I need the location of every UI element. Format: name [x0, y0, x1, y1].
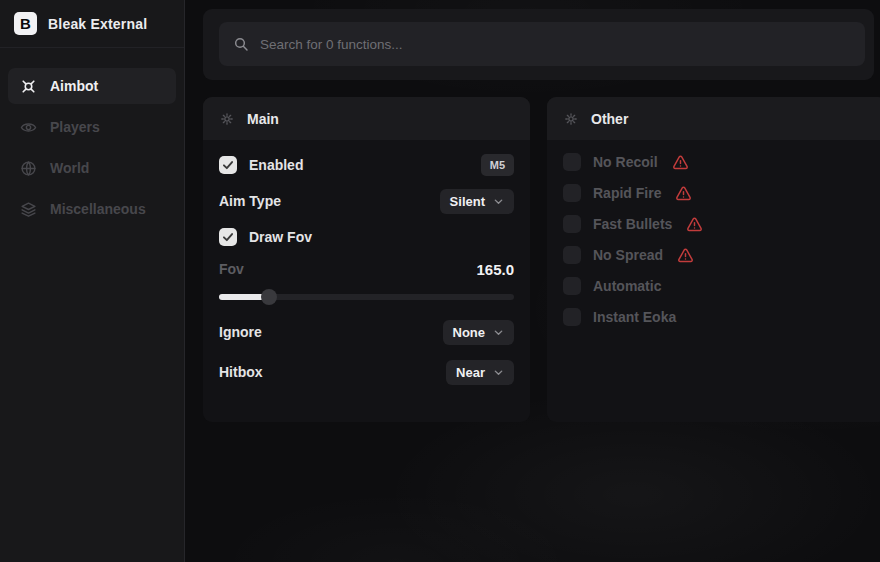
no-recoil-checkbox[interactable]: [563, 153, 581, 171]
warning-icon: [675, 185, 692, 202]
search-icon: [233, 36, 249, 52]
other-item-fast-bullets: Fast Bullets: [563, 215, 871, 233]
other-panel: Other No Recoil Rapid Fire Fast Bullets: [547, 97, 880, 422]
sidebar-item-miscellaneous[interactable]: Miscellaneous: [8, 191, 176, 227]
search-input[interactable]: [260, 37, 851, 52]
panel-title: Main: [247, 111, 279, 127]
ignore-value: None: [453, 325, 486, 340]
sidebar-item-label: Players: [50, 119, 100, 135]
draw-fov-checkbox[interactable]: [219, 228, 237, 246]
sidebar: B Bleak External Aimbot Players World: [0, 0, 185, 562]
other-item-no-recoil: No Recoil: [563, 153, 871, 171]
ignore-row: Ignore None: [219, 320, 514, 344]
instant-eoka-checkbox[interactable]: [563, 308, 581, 326]
fov-value: 165.0: [476, 261, 514, 278]
chevron-down-icon: [493, 327, 504, 338]
sidebar-item-label: Miscellaneous: [50, 201, 146, 217]
sidebar-item-label: World: [50, 160, 89, 176]
chevron-down-icon: [493, 196, 504, 207]
fov-slider[interactable]: [219, 289, 514, 305]
instant-eoka-label: Instant Eoka: [593, 309, 676, 325]
rapid-fire-label: Rapid Fire: [593, 185, 661, 201]
panel-title: Other: [591, 111, 628, 127]
sidebar-item-world[interactable]: World: [8, 150, 176, 186]
no-spread-checkbox[interactable]: [563, 246, 581, 264]
ignore-dropdown[interactable]: None: [443, 320, 515, 345]
keybind-badge[interactable]: M5: [481, 154, 514, 176]
sidebar-item-aimbot[interactable]: Aimbot: [8, 68, 176, 104]
other-panel-header: Other: [547, 97, 880, 140]
warning-icon: [686, 216, 703, 233]
layers-icon: [20, 201, 37, 218]
ignore-label: Ignore: [219, 324, 262, 340]
app-header: B Bleak External: [0, 0, 184, 48]
fov-label: Fov: [219, 261, 244, 277]
aim-type-row: Aim Type Silent: [219, 189, 514, 213]
fast-bullets-label: Fast Bullets: [593, 216, 672, 232]
gear-icon: [563, 111, 579, 127]
enabled-label: Enabled: [249, 157, 303, 173]
main-panel-body: Enabled M5 Aim Type Silent Draw Fov Fov …: [203, 140, 530, 397]
other-panel-body: No Recoil Rapid Fire Fast Bullets No Spr…: [547, 140, 880, 352]
crosshair-icon: [20, 78, 37, 95]
aim-type-label: Aim Type: [219, 193, 281, 209]
other-item-instant-eoka: Instant Eoka: [563, 308, 871, 326]
sidebar-item-players[interactable]: Players: [8, 109, 176, 145]
fast-bullets-checkbox[interactable]: [563, 215, 581, 233]
aim-type-dropdown[interactable]: Silent: [440, 189, 514, 214]
aim-type-value: Silent: [450, 194, 485, 209]
other-item-no-spread: No Spread: [563, 246, 871, 264]
enabled-checkbox[interactable]: [219, 156, 237, 174]
sidebar-item-label: Aimbot: [50, 78, 98, 94]
main-panel: Main Enabled M5 Aim Type Silent: [203, 97, 530, 422]
warning-icon: [677, 247, 694, 264]
no-recoil-label: No Recoil: [593, 154, 658, 170]
hitbox-row: Hitbox Near: [219, 360, 514, 384]
search-panel: [203, 9, 874, 80]
automatic-label: Automatic: [593, 278, 661, 294]
gear-icon: [219, 111, 235, 127]
eye-icon: [20, 119, 37, 136]
app-title: Bleak External: [48, 16, 147, 32]
sidebar-nav: Aimbot Players World Miscellaneous: [8, 68, 176, 227]
other-item-automatic: Automatic: [563, 277, 871, 295]
rapid-fire-checkbox[interactable]: [563, 184, 581, 202]
globe-icon: [20, 160, 37, 177]
hitbox-label: Hitbox: [219, 364, 263, 380]
fov-slider-fill: [219, 294, 265, 300]
draw-fov-label: Draw Fov: [249, 229, 312, 245]
main-panel-header: Main: [203, 97, 530, 140]
warning-icon: [672, 154, 689, 171]
no-spread-label: No Spread: [593, 247, 663, 263]
fov-row: Fov 165.0: [219, 259, 514, 279]
hitbox-dropdown[interactable]: Near: [446, 360, 514, 385]
chevron-down-icon: [493, 367, 504, 378]
check-icon: [221, 158, 235, 172]
other-item-rapid-fire: Rapid Fire: [563, 184, 871, 202]
draw-fov-row: Draw Fov: [219, 225, 514, 249]
app-logo-icon: B: [14, 12, 37, 35]
automatic-checkbox[interactable]: [563, 277, 581, 295]
enabled-row: Enabled M5: [219, 153, 514, 177]
hitbox-value: Near: [456, 365, 485, 380]
search-box[interactable]: [219, 22, 865, 66]
check-icon: [221, 230, 235, 244]
fov-slider-handle[interactable]: [261, 289, 277, 305]
